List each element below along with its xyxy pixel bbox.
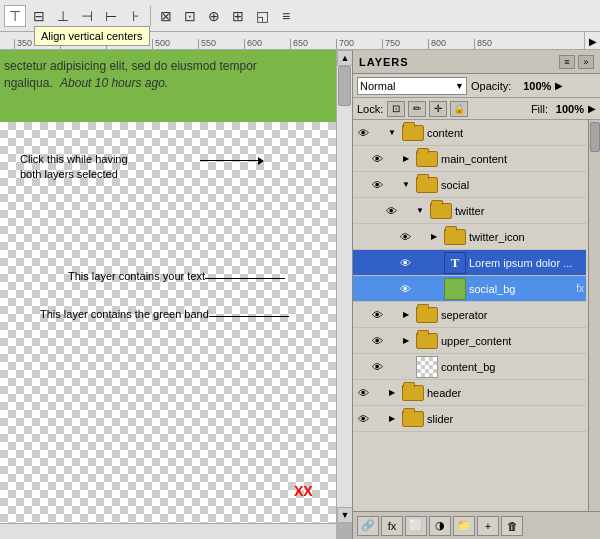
expand-icon[interactable]: ▼ [399, 172, 413, 198]
lock-position-btn[interactable]: ✛ [429, 101, 447, 117]
visibility-eye-icon[interactable]: 👁 [367, 354, 387, 380]
layer-link-btn[interactable]: 🔗 [357, 516, 379, 536]
align-right-icon[interactable]: ⊦ [124, 5, 146, 27]
ruler-tick-350: 350 [14, 39, 60, 49]
vertical-scrollbar[interactable]: ▲ ▼ [336, 50, 352, 523]
visibility-eye-icon[interactable]: 👁 [381, 198, 401, 224]
visibility-eye-icon[interactable]: 👁 [353, 406, 373, 432]
click-label: Click this while havingboth layers selec… [20, 152, 128, 183]
expand-icon[interactable]: ▶ [399, 328, 413, 354]
text-layer-annotation-label: This layer contains your text [68, 270, 205, 282]
blend-mode-select[interactable]: Normal ▼ [357, 77, 467, 95]
layers-panel-inner: LAYERS ≡ » Normal ▼ Opacity: 100% ▶ Lock… [353, 50, 600, 539]
align-top-icon[interactable]: ⊤ [4, 5, 26, 27]
layer-folder-btn[interactable]: 📁 [453, 516, 475, 536]
layer-row[interactable]: 👁 ▶ upper_content [353, 328, 586, 354]
align-hcenter-icon[interactable]: ⊢ [100, 5, 122, 27]
ruler-tick-600: 600 [244, 39, 290, 49]
folder-thumb [416, 174, 438, 196]
align-vcenter-icon[interactable]: ⊟ [28, 5, 50, 27]
layers-list: 👁 ▼ content 👁 ▶ main_content [353, 120, 600, 432]
visibility-eye-icon[interactable]: 👁 [395, 276, 415, 302]
layer-row[interactable]: 👁 ▶ header [353, 380, 586, 406]
layer-name: content_bg [441, 361, 584, 373]
layers-list-scrollbar[interactable] [588, 120, 600, 511]
scroll-down-arrow[interactable]: ▼ [337, 507, 352, 523]
canvas-area: sectetur adipisicing elit, sed do eiusmo… [0, 50, 352, 539]
align-left-icon[interactable]: ⊣ [76, 5, 98, 27]
layer-adjustment-btn[interactable]: ◑ [429, 516, 451, 536]
layer-row[interactable]: 👁 ▶ main_content [353, 146, 586, 172]
distribute3-icon[interactable]: ⊕ [203, 5, 225, 27]
layer-row[interactable]: 👁 ▶ twitter_icon [353, 224, 586, 250]
layer-fx-btn[interactable]: fx [381, 516, 403, 536]
ruler: 350 400 450 500 550 600 650 700 750 800 … [0, 32, 600, 50]
expand-icon[interactable]: ▼ [385, 120, 399, 146]
checker-area: Click this while havingboth layers selec… [0, 122, 336, 523]
lock-paint-btn[interactable]: ✏ [408, 101, 426, 117]
lock-icons: ⊡ ✏ ✛ 🔒 [387, 101, 468, 117]
opacity-arrow-icon[interactable]: ▶ [555, 80, 563, 91]
expand-icon[interactable]: ▶ [385, 406, 399, 432]
layer-new-btn[interactable]: + [477, 516, 499, 536]
visibility-eye-icon[interactable]: 👁 [367, 302, 387, 328]
visibility-eye-icon[interactable]: 👁 [353, 380, 373, 406]
fill-label: Fill: [531, 103, 548, 115]
distribute6-icon[interactable]: ≡ [275, 5, 297, 27]
distribute1-icon[interactable]: ⊠ [155, 5, 177, 27]
ruler-scroll-right-icon[interactable]: ▶ [584, 32, 600, 50]
layer-name: seperator [441, 309, 584, 321]
layers-menu-icon[interactable]: ≡ [559, 55, 575, 69]
visibility-eye-icon[interactable]: 👁 [395, 250, 415, 276]
expand-icon[interactable]: ▶ [427, 224, 441, 250]
expand-icon[interactable]: ▼ [413, 198, 427, 224]
layers-expand-icon[interactable]: » [578, 55, 594, 69]
layer-delete-btn[interactable]: 🗑 [501, 516, 523, 536]
blend-mode-row: Normal ▼ Opacity: 100% ▶ [353, 74, 600, 98]
scroll-up-arrow[interactable]: ▲ [337, 50, 352, 66]
fill-arrow-icon[interactable]: ▶ [588, 103, 596, 114]
layer-row[interactable]: 👁 ▼ social [353, 172, 586, 198]
toolbar-icons: ⊤ ⊟ ⊥ ⊣ ⊢ ⊦ ⊠ ⊡ ⊕ ⊞ ◱ ≡ [4, 5, 297, 27]
expand-icon[interactable]: ▶ [399, 146, 413, 172]
visibility-eye-icon[interactable]: 👁 [395, 224, 415, 250]
fill-value: 100% [552, 103, 584, 115]
ruler-tick-450: 450 [106, 39, 152, 49]
layers-panel: LAYERS ≡ » Normal ▼ Opacity: 100% ▶ Lock… [352, 50, 600, 539]
layers-scroll-thumb[interactable] [590, 122, 600, 152]
horizontal-scrollbar[interactable] [0, 523, 336, 539]
distribute4-icon[interactable]: ⊞ [227, 5, 249, 27]
layer-row[interactable]: 👁 content_bg [353, 354, 586, 380]
visibility-eye-icon[interactable]: 👁 [367, 146, 387, 172]
align-bottom-icon[interactable]: ⊥ [52, 5, 74, 27]
expand-icon[interactable]: ▶ [385, 380, 399, 406]
expand-spacer [427, 276, 441, 302]
visibility-eye-icon[interactable]: 👁 [367, 172, 387, 198]
ruler-tick-850: 850 [474, 39, 520, 49]
visibility-eye-icon[interactable]: 👁 [353, 120, 373, 146]
layer-mask-btn[interactable]: ⬜ [405, 516, 427, 536]
ruler-tick-550: 550 [198, 39, 244, 49]
blend-mode-arrow-icon: ▼ [455, 81, 464, 91]
lock-transparent-btn[interactable]: ⊡ [387, 101, 405, 117]
layer-row[interactable]: 👁 ▶ seperator [353, 302, 586, 328]
ruler-tick-400: 400 [60, 39, 106, 49]
layer-row[interactable]: 👁 social_bg fx [353, 276, 586, 302]
layer-name: slider [427, 413, 584, 425]
layers-list-container: 👁 ▼ content 👁 ▶ main_content [353, 120, 600, 511]
layer-row[interactable]: 👁 T Lorem ipsum dolor ... [353, 250, 586, 276]
expand-spacer [427, 250, 441, 276]
visibility-eye-icon[interactable]: 👁 [367, 328, 387, 354]
expand-icon[interactable]: ▶ [399, 302, 413, 328]
distribute5-icon[interactable]: ◱ [251, 5, 273, 27]
ruler-tick-700: 700 [336, 39, 382, 49]
layer-row[interactable]: 👁 ▶ slider [353, 406, 586, 432]
layer-row[interactable]: 👁 ▼ twitter [353, 198, 586, 224]
ruler-tick-800: 800 [428, 39, 474, 49]
scroll-thumb[interactable] [338, 66, 351, 106]
layers-header: LAYERS ≡ » [353, 50, 600, 74]
ruler-tick-500: 500 [152, 39, 198, 49]
lock-all-btn[interactable]: 🔒 [450, 101, 468, 117]
distribute2-icon[interactable]: ⊡ [179, 5, 201, 27]
layer-row[interactable]: 👁 ▼ content [353, 120, 586, 146]
